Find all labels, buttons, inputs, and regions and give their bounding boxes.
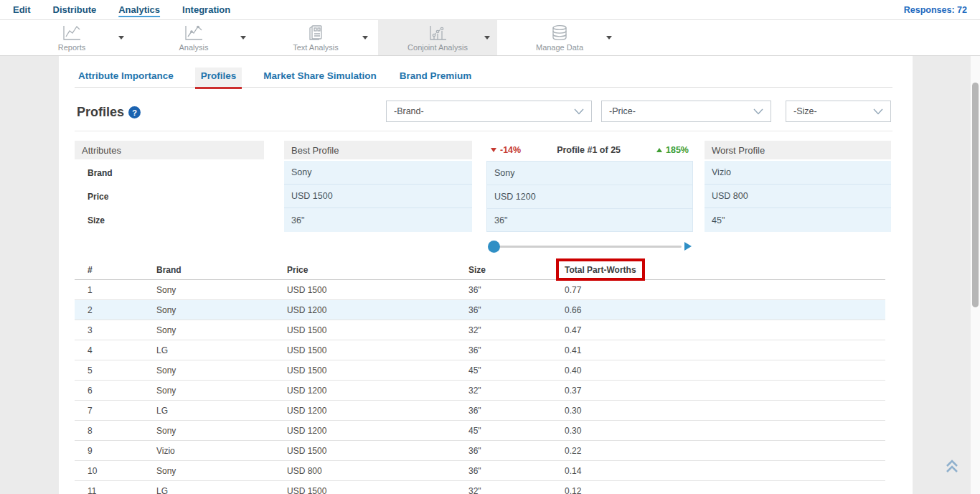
price-filter-select[interactable]: -Price- xyxy=(601,101,771,122)
attributes-header: Attributes xyxy=(75,141,264,159)
tab-brand-premium[interactable]: Brand Premium xyxy=(398,67,473,87)
cell-total-part-worths: 0.40 xyxy=(552,365,885,376)
triangle-down-icon xyxy=(491,148,496,152)
table-row[interactable]: 1 Sony USD 1500 36" 0.77 xyxy=(75,280,885,300)
column-header-size: Size xyxy=(456,265,552,275)
cell-price: USD 1500 xyxy=(274,325,456,335)
cell-brand: Sony xyxy=(143,325,274,335)
cell-num: 2 xyxy=(75,305,143,315)
cell-size: 32" xyxy=(456,486,552,494)
nav-item-integration[interactable]: Integration xyxy=(182,4,230,15)
best-profile-size: 36" xyxy=(284,208,472,232)
table-row[interactable]: 9 Vizio USD 1500 36" 0.22 xyxy=(75,441,885,461)
conjoint-chart-icon xyxy=(427,24,448,42)
slider-next-arrow[interactable] xyxy=(684,242,692,251)
current-profile-header: -14% Profile #1 of 25 185% xyxy=(486,141,693,159)
cell-num: 8 xyxy=(75,426,143,436)
analysis-label: Analysis xyxy=(179,43,209,52)
vertical-scrollbar[interactable] xyxy=(970,56,980,494)
analysis-dropdown-caret[interactable] xyxy=(240,36,246,39)
profile-slider xyxy=(486,239,693,253)
cell-num: 10 xyxy=(75,466,143,476)
reports-dropdown-caret[interactable] xyxy=(118,36,124,39)
cell-price: USD 1500 xyxy=(274,446,456,456)
conjoint-tabs: Attribute Importance Profiles Market Sha… xyxy=(75,67,892,88)
worst-profile-size: 45" xyxy=(705,208,891,232)
cell-price: USD 1500 xyxy=(274,486,456,494)
nav-item-analytics[interactable]: Analytics xyxy=(118,4,160,15)
table-row[interactable]: 8 Sony USD 1200 45" 0.30 xyxy=(75,421,885,441)
text-document-icon xyxy=(305,24,326,42)
table-row[interactable]: 11 LG USD 1500 32" 0.12 xyxy=(75,481,885,494)
cell-num: 3 xyxy=(75,325,143,335)
cell-num: 7 xyxy=(75,406,143,416)
cell-size: 36" xyxy=(456,406,552,416)
best-profile-brand: Sony xyxy=(284,161,472,185)
cell-total-part-worths: 0.30 xyxy=(552,406,885,416)
manage-data-button[interactable]: Manage Data xyxy=(500,20,619,55)
cell-num: 11 xyxy=(75,486,143,494)
toolbar-group-manage-data: Manage Data xyxy=(500,20,619,55)
help-icon[interactable]: ? xyxy=(128,106,141,118)
cell-brand: LG xyxy=(143,406,274,416)
attributes-column: Attributes Brand Price Size xyxy=(75,141,264,232)
conjoint-analysis-dropdown-caret[interactable] xyxy=(484,36,490,39)
triangle-up-icon xyxy=(656,148,662,152)
reports-button[interactable]: Reports xyxy=(12,20,131,55)
cell-brand: Sony xyxy=(143,305,274,315)
size-filter-select[interactable]: -Size- xyxy=(786,101,891,122)
cell-size: 36" xyxy=(456,285,552,295)
cell-num: 5 xyxy=(75,365,143,376)
cell-size: 32" xyxy=(456,325,552,335)
analysis-button[interactable]: Analysis xyxy=(134,20,253,55)
analytics-toolbar: Reports Analysis Text Analysis xyxy=(0,20,980,56)
attribute-label-brand: Brand xyxy=(75,161,264,185)
toolbar-group-reports: Reports xyxy=(12,20,131,55)
brand-filter-select[interactable]: -Brand- xyxy=(386,101,592,122)
cell-total-part-worths: 0.22 xyxy=(552,446,885,456)
conjoint-analysis-button[interactable]: Conjoint Analysis xyxy=(378,20,497,55)
cell-brand: Sony xyxy=(143,365,274,376)
table-row[interactable]: 4 LG USD 1500 36" 0.41 xyxy=(75,340,885,360)
cell-brand: Sony xyxy=(143,466,274,476)
nav-item-edit[interactable]: Edit xyxy=(13,4,31,15)
slider-handle[interactable] xyxy=(488,241,500,253)
delta-down-value: -14% xyxy=(500,145,521,155)
price-filter-value: -Price- xyxy=(609,106,636,116)
current-profile-brand: Sony xyxy=(486,161,693,185)
table-row[interactable]: 2 Sony USD 1200 36" 0.66 xyxy=(75,300,885,320)
manage-data-dropdown-caret[interactable] xyxy=(606,36,612,39)
cell-total-part-worths: 0.14 xyxy=(552,466,885,476)
toolbar-group-analysis: Analysis xyxy=(134,20,253,55)
cell-brand: Sony xyxy=(143,285,274,295)
table-row[interactable]: 5 Sony USD 1500 45" 0.40 xyxy=(75,360,885,381)
table-row[interactable]: 10 Sony USD 800 36" 0.14 xyxy=(75,461,885,481)
scroll-to-top-icon[interactable] xyxy=(943,457,961,475)
text-analysis-dropdown-caret[interactable] xyxy=(362,36,368,39)
responses-count: Responses: 72 xyxy=(904,5,967,15)
table-row[interactable]: 6 Sony USD 1200 32" 0.37 xyxy=(75,381,885,401)
cell-price: USD 1500 xyxy=(274,345,456,355)
best-profile-price: USD 1500 xyxy=(284,185,472,208)
current-profile-price: USD 1200 xyxy=(486,185,693,208)
worst-profile-price: USD 800 xyxy=(705,185,891,208)
worst-profile-brand: Vizio xyxy=(705,161,891,185)
slider-track[interactable] xyxy=(494,246,682,248)
toolbar-group-conjoint-analysis: Conjoint Analysis xyxy=(378,20,497,55)
best-profile-column: Best Profile Sony USD 1500 36" xyxy=(284,141,472,232)
scrollbar-thumb[interactable] xyxy=(972,83,979,307)
cell-size: 36" xyxy=(456,466,552,476)
table-row[interactable]: 3 Sony USD 1500 32" 0.47 xyxy=(75,320,885,340)
tab-market-share-simulation[interactable]: Market Share Simulation xyxy=(262,67,378,87)
cell-brand: LG xyxy=(143,345,274,355)
table-row[interactable]: 7 LG USD 1200 36" 0.30 xyxy=(75,401,885,421)
heading-divider xyxy=(75,131,892,131)
nav-item-distribute[interactable]: Distribute xyxy=(53,4,97,15)
tab-profiles[interactable]: Profiles xyxy=(195,67,242,87)
cell-brand: Sony xyxy=(143,386,274,396)
tab-attribute-importance[interactable]: Attribute Importance xyxy=(77,67,175,87)
text-analysis-button[interactable]: Text Analysis xyxy=(256,20,375,55)
cell-price: USD 800 xyxy=(274,466,456,476)
cell-total-part-worths: 0.12 xyxy=(552,486,885,494)
conjoint-analysis-label: Conjoint Analysis xyxy=(407,43,468,52)
